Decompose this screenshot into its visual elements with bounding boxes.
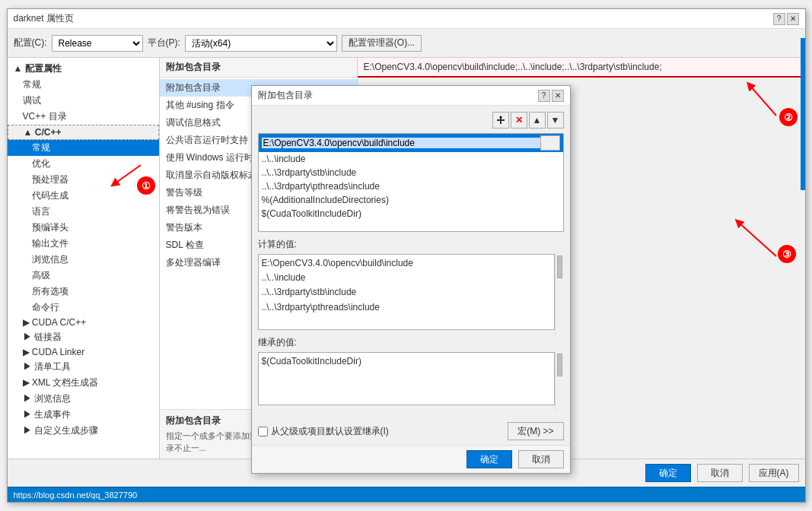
- sidebar-item-cpp-preproc[interactable]: 预处理器: [8, 172, 159, 188]
- close-button[interactable]: ✕: [787, 13, 799, 25]
- computed-box: E:\OpenCV3.4.0\opencv\build\include ..\.…: [258, 254, 555, 330]
- dialog-ok-btn[interactable]: 确定: [467, 450, 512, 468]
- dir-item-5[interactable]: $(CudaToolkitIncludeDir): [259, 207, 563, 221]
- toolbar: 配置(C): Release 平台(P): 活动(x64) 配置管理器(O)..…: [8, 29, 805, 58]
- main-cancel-btn[interactable]: 取消: [697, 464, 743, 482]
- status-bar: https://blog.csdn.net/qq_3827790: [8, 487, 805, 502]
- computed-line-1: ..\..\include: [262, 271, 551, 285]
- main-ok-btn[interactable]: 确定: [645, 464, 691, 482]
- config-select[interactable]: Release: [52, 35, 143, 52]
- middle-header: 附加包含目录: [160, 58, 357, 78]
- sidebar-item-xml-gen[interactable]: ▶ XML 文档生成器: [8, 375, 159, 391]
- dialog-cancel-btn[interactable]: 取消: [518, 450, 564, 468]
- add-dir-btn[interactable]: [492, 112, 509, 129]
- dir-item-3[interactable]: ..\..\3rdparty\pthreads\include: [259, 179, 563, 193]
- browse-btn-0[interactable]: ...: [540, 135, 560, 151]
- computed-line-0: E:\OpenCV3.4.0\opencv\build\include: [262, 256, 551, 271]
- dialog-action-buttons: 确定 取消: [252, 445, 570, 473]
- sidebar-item-cpp-root[interactable]: ▲ C/C++: [8, 125, 159, 140]
- help-button[interactable]: ?: [773, 13, 785, 25]
- sidebar-item-build-events[interactable]: ▶ 生成事件: [8, 407, 159, 423]
- dir-input-0[interactable]: [262, 138, 540, 148]
- status-url: https://blog.csdn.net/qq_3827790: [14, 490, 138, 500]
- main-window: darknet 属性页 ? ✕ 配置(C): Release 平台(P): 活动…: [7, 8, 806, 503]
- inherit-checkbox[interactable]: [258, 427, 268, 436]
- inherited-line-0: $(CudaToolkitIncludeDir): [262, 354, 551, 369]
- move-down-btn[interactable]: ▼: [547, 112, 564, 129]
- blue-accent-bar: [801, 38, 805, 190]
- inherit-checkbox-label[interactable]: 从父级或项目默认设置继承(I): [258, 425, 389, 438]
- computed-line-3: ..\..\3rdparty\pthreads\include: [262, 300, 551, 315]
- computed-scrollbar[interactable]: [555, 254, 564, 336]
- sidebar-item-vc-dirs[interactable]: VC++ 目录: [8, 109, 159, 125]
- sidebar-item-cpp-general[interactable]: 常规: [8, 140, 159, 156]
- main-apply-btn[interactable]: 应用(A): [749, 464, 799, 482]
- move-up-btn[interactable]: ▲: [529, 112, 546, 129]
- sidebar-item-linker[interactable]: ▶ 链接器: [8, 329, 159, 345]
- include-dirs-dialog: 附加包含目录 ? ✕ ✕ ▲ ▼ ...: [251, 85, 571, 474]
- window-title: darknet 属性页: [14, 12, 74, 25]
- title-bar: darknet 属性页 ? ✕: [8, 9, 805, 29]
- computed-label: 计算的值:: [258, 238, 564, 251]
- sidebar-item-general[interactable]: 常规: [8, 77, 159, 93]
- dir-item-1[interactable]: ..\..\include: [259, 152, 563, 166]
- svg-rect-1: [497, 119, 505, 121]
- sidebar-item-cpp-pch[interactable]: 预编译头: [8, 220, 159, 236]
- property-tree: ▲ 配置属性 常规 调试 VC++ 目录 ▲ C/C++ 常规 优化 预处理器: [8, 58, 160, 459]
- sidebar-item-custom-build[interactable]: ▶ 自定义生成步骤: [8, 423, 159, 439]
- dialog-title-bar: 附加包含目录 ? ✕: [252, 86, 570, 106]
- inherited-scrollbar[interactable]: [555, 352, 564, 411]
- dialog-close-btn[interactable]: ✕: [552, 90, 564, 102]
- right-header-value: E:\OpenCV3.4.0\opencv\build\include;..\.…: [364, 62, 799, 72]
- computed-scrollbar-thumb[interactable]: [557, 256, 562, 278]
- sidebar-item-cpp-optim[interactable]: 优化: [8, 156, 159, 172]
- sidebar-item-cpp-cmd[interactable]: 命令行: [8, 300, 159, 316]
- dialog-help-btn[interactable]: ?: [538, 90, 550, 102]
- sidebar-item-cuda-cpp[interactable]: ▶ CUDA C/C++: [8, 316, 159, 329]
- dialog-title: 附加包含目录: [258, 89, 313, 102]
- dir-item-0[interactable]: ...: [259, 134, 563, 152]
- svg-marker-2: [499, 116, 502, 118]
- config-label: 配置(C):: [14, 36, 47, 49]
- title-controls: ? ✕: [773, 13, 799, 25]
- dialog-footer: 从父级或项目默认设置继承(I) 宏(M) >>: [252, 417, 570, 445]
- sidebar-item-cpp-codegen[interactable]: 代码生成: [8, 188, 159, 204]
- sidebar-item-config-root[interactable]: ▲ 配置属性: [8, 61, 159, 77]
- dialog-body: ✕ ▲ ▼ ... ..\..\include ..\..\3rdparty\s…: [252, 106, 570, 417]
- delete-dir-btn[interactable]: ✕: [511, 112, 527, 129]
- sidebar-item-cuda-linker[interactable]: ▶ CUDA Linker: [8, 345, 159, 359]
- sidebar-item-browse-info[interactable]: ▶ 浏览信息: [8, 391, 159, 407]
- sidebar-item-manifest[interactable]: ▶ 清单工具: [8, 359, 159, 375]
- dialog-title-controls: ? ✕: [538, 90, 564, 102]
- sidebar-item-cpp-adv[interactable]: 高级: [8, 268, 159, 284]
- sidebar-item-debug[interactable]: 调试: [8, 93, 159, 109]
- platform-select[interactable]: 活动(x64): [185, 35, 337, 52]
- sidebar-item-cpp-lang[interactable]: 语言: [8, 204, 159, 220]
- dir-list: ... ..\..\include ..\..\3rdparty\stb\inc…: [258, 133, 564, 232]
- sidebar-item-cpp-outfiles[interactable]: 输出文件: [8, 236, 159, 252]
- right-header: E:\OpenCV3.4.0\opencv\build\include;..\.…: [358, 58, 805, 78]
- inherited-box: $(CudaToolkitIncludeDir): [258, 352, 555, 405]
- dialog-toolbar: ✕ ▲ ▼: [258, 112, 564, 129]
- sidebar-item-cpp-browse[interactable]: 浏览信息: [8, 252, 159, 268]
- computed-line-2: ..\..\3rdparty\stb\include: [262, 285, 551, 300]
- dir-item-2[interactable]: ..\..\3rdparty\stb\include: [259, 166, 563, 179]
- inherited-label: 继承的值:: [258, 336, 564, 349]
- inherited-scrollbar-thumb[interactable]: [557, 354, 562, 376]
- dir-item-4[interactable]: %(AdditionalIncludeDirectories): [259, 193, 563, 207]
- macro-btn[interactable]: 宏(M) >>: [508, 422, 563, 440]
- platform-label: 平台(P):: [148, 36, 180, 49]
- sidebar-item-cpp-all[interactable]: 所有选项: [8, 284, 159, 300]
- inherit-checkbox-text: 从父级或项目默认设置继承(I): [271, 425, 389, 438]
- config-manager-btn[interactable]: 配置管理器(O)...: [342, 35, 422, 52]
